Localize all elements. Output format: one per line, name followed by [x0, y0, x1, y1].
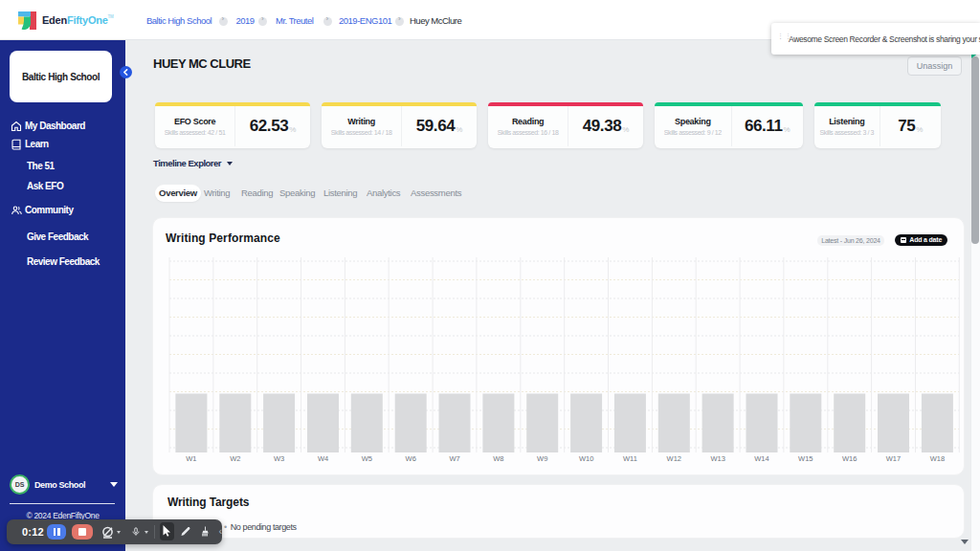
svg-text:W17: W17 — [886, 454, 901, 463]
svg-text:W10: W10 — [579, 454, 593, 463]
svg-text:W3: W3 — [274, 454, 284, 463]
svg-text:W16: W16 — [842, 454, 857, 463]
svg-text:W18: W18 — [930, 454, 945, 463]
svg-text:W14: W14 — [754, 454, 768, 463]
svg-text:W13: W13 — [710, 454, 724, 463]
svg-text:W12: W12 — [667, 454, 681, 463]
svg-text:W9: W9 — [537, 454, 547, 463]
svg-text:W7: W7 — [449, 454, 459, 463]
svg-text:W15: W15 — [798, 454, 813, 463]
svg-text:W5: W5 — [362, 454, 372, 463]
svg-text:W1: W1 — [186, 454, 196, 463]
svg-text:W6: W6 — [406, 454, 416, 463]
svg-text:W11: W11 — [623, 454, 637, 463]
svg-text:W2: W2 — [230, 454, 240, 463]
svg-text:W8: W8 — [493, 454, 503, 463]
svg-text:W4: W4 — [318, 454, 328, 463]
